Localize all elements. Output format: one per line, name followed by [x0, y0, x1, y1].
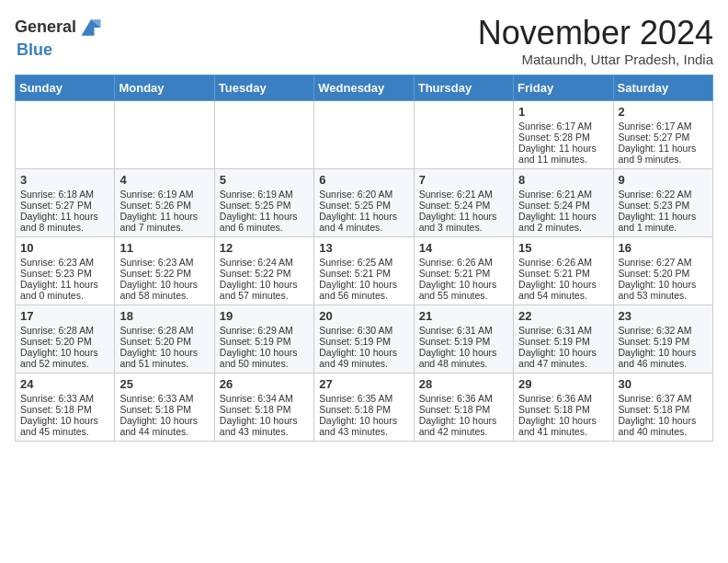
day-info: Sunrise: 6:21 AM — [518, 189, 608, 200]
week-row-2: 3Sunrise: 6:18 AMSunset: 5:27 PMDaylight… — [16, 168, 713, 236]
day-info: Sunset: 5:26 PM — [119, 200, 209, 211]
day-info: Sunset: 5:19 PM — [419, 336, 508, 347]
calendar-cell: 29Sunrise: 6:36 AMSunset: 5:18 PMDayligh… — [514, 373, 613, 441]
day-info: Sunrise: 6:32 AM — [619, 325, 708, 336]
day-info: Daylight: 10 hours and 47 minutes. — [518, 347, 608, 369]
calendar-cell: 19Sunrise: 6:29 AMSunset: 5:19 PMDayligh… — [214, 304, 313, 373]
day-info: Sunset: 5:20 PM — [619, 268, 708, 279]
calendar-cell: 6Sunrise: 6:20 AMSunset: 5:25 PMDaylight… — [314, 168, 414, 236]
day-info: Sunset: 5:19 PM — [220, 336, 309, 347]
day-info: Daylight: 10 hours and 58 minutes. — [119, 279, 209, 301]
day-number: 23 — [619, 309, 708, 323]
day-info: Sunrise: 6:37 AM — [619, 393, 708, 404]
day-info: Sunrise: 6:36 AM — [419, 393, 508, 404]
day-info: Sunrise: 6:27 AM — [619, 257, 708, 268]
title-area: November 2024 Mataundh, Uttar Pradesh, I… — [478, 15, 713, 67]
weekday-header-friday: Friday — [514, 75, 613, 100]
day-number: 11 — [119, 241, 209, 255]
day-number: 15 — [518, 241, 608, 255]
day-info: Sunset: 5:18 PM — [518, 404, 608, 415]
weekday-header-monday: Monday — [115, 75, 214, 100]
day-info: Sunrise: 6:19 AM — [220, 189, 309, 200]
day-number: 16 — [619, 241, 708, 255]
day-number: 24 — [20, 377, 109, 391]
day-info: Sunrise: 6:23 AM — [20, 257, 109, 268]
day-number: 8 — [518, 173, 608, 187]
day-info: Sunrise: 6:33 AM — [20, 393, 109, 404]
day-info: Sunset: 5:27 PM — [20, 200, 109, 211]
calendar-cell: 22Sunrise: 6:31 AMSunset: 5:19 PMDayligh… — [514, 304, 613, 373]
calendar-cell: 28Sunrise: 6:36 AMSunset: 5:18 PMDayligh… — [414, 373, 513, 441]
calendar-cell: 4Sunrise: 6:19 AMSunset: 5:26 PMDaylight… — [115, 168, 214, 236]
day-info: Sunset: 5:24 PM — [419, 200, 508, 211]
calendar-cell: 25Sunrise: 6:33 AMSunset: 5:18 PMDayligh… — [115, 373, 214, 441]
weekday-header-wednesday: Wednesday — [314, 75, 414, 100]
calendar-cell: 3Sunrise: 6:18 AMSunset: 5:27 PMDaylight… — [16, 168, 115, 236]
day-number: 30 — [619, 377, 708, 391]
day-info: Daylight: 11 hours and 0 minutes. — [20, 279, 109, 301]
day-info: Sunset: 5:22 PM — [119, 268, 209, 279]
day-info: Daylight: 11 hours and 4 minutes. — [319, 211, 408, 233]
calendar-cell — [414, 100, 513, 168]
day-info: Sunset: 5:27 PM — [619, 132, 708, 143]
day-number: 13 — [319, 241, 408, 255]
calendar-body: 1Sunrise: 6:17 AMSunset: 5:28 PMDaylight… — [16, 100, 713, 441]
day-number: 1 — [518, 105, 608, 119]
day-info: Sunset: 5:18 PM — [119, 404, 209, 415]
day-info: Sunrise: 6:28 AM — [119, 325, 209, 336]
day-info: Sunset: 5:21 PM — [319, 268, 408, 279]
day-info: Sunrise: 6:26 AM — [419, 257, 508, 268]
logo-icon — [78, 15, 104, 40]
calendar-cell: 26Sunrise: 6:34 AMSunset: 5:18 PMDayligh… — [214, 373, 313, 441]
day-number: 9 — [619, 173, 708, 187]
calendar-cell: 5Sunrise: 6:19 AMSunset: 5:25 PMDaylight… — [214, 168, 313, 236]
day-info: Daylight: 10 hours and 54 minutes. — [518, 279, 608, 301]
month-title: November 2024 — [478, 15, 713, 52]
day-number: 19 — [220, 309, 309, 323]
day-number: 7 — [419, 173, 508, 187]
day-info: Sunset: 5:25 PM — [319, 200, 408, 211]
day-info: Sunset: 5:19 PM — [619, 336, 708, 347]
day-info: Sunrise: 6:24 AM — [220, 257, 309, 268]
day-info: Daylight: 10 hours and 43 minutes. — [220, 415, 309, 437]
calendar-cell: 10Sunrise: 6:23 AMSunset: 5:23 PMDayligh… — [16, 236, 115, 304]
day-number: 27 — [319, 377, 408, 391]
calendar-cell — [314, 100, 414, 168]
logo: General Blue — [15, 15, 104, 60]
week-row-5: 24Sunrise: 6:33 AMSunset: 5:18 PMDayligh… — [16, 373, 713, 441]
day-info: Daylight: 10 hours and 53 minutes. — [619, 279, 708, 301]
day-info: Sunset: 5:23 PM — [619, 200, 708, 211]
day-number: 2 — [619, 105, 708, 119]
day-info: Sunset: 5:22 PM — [220, 268, 309, 279]
weekday-header-tuesday: Tuesday — [214, 75, 313, 100]
day-info: Sunrise: 6:25 AM — [319, 257, 408, 268]
weekday-header-saturday: Saturday — [613, 75, 712, 100]
day-info: Sunrise: 6:23 AM — [119, 257, 209, 268]
day-info: Sunset: 5:21 PM — [518, 268, 608, 279]
calendar-cell: 15Sunrise: 6:26 AMSunset: 5:21 PMDayligh… — [514, 236, 613, 304]
day-number: 20 — [319, 309, 408, 323]
calendar-cell: 30Sunrise: 6:37 AMSunset: 5:18 PMDayligh… — [613, 373, 712, 441]
day-info: Sunrise: 6:29 AM — [220, 325, 309, 336]
calendar-cell: 8Sunrise: 6:21 AMSunset: 5:24 PMDaylight… — [514, 168, 613, 236]
day-number: 17 — [20, 309, 109, 323]
location: Mataundh, Uttar Pradesh, India — [478, 52, 713, 67]
day-info: Daylight: 10 hours and 44 minutes. — [119, 415, 209, 437]
calendar: SundayMondayTuesdayWednesdayThursdayFrid… — [15, 75, 713, 442]
day-info: Daylight: 10 hours and 46 minutes. — [619, 347, 708, 369]
day-info: Sunset: 5:28 PM — [518, 132, 608, 143]
day-info: Sunrise: 6:20 AM — [319, 189, 408, 200]
day-info: Daylight: 11 hours and 9 minutes. — [619, 143, 708, 165]
weekday-header-row: SundayMondayTuesdayWednesdayThursdayFrid… — [16, 75, 713, 100]
day-info: Daylight: 10 hours and 55 minutes. — [419, 279, 508, 301]
day-info: Sunset: 5:24 PM — [518, 200, 608, 211]
day-info: Sunrise: 6:26 AM — [518, 257, 608, 268]
day-info: Daylight: 10 hours and 51 minutes. — [119, 347, 209, 369]
day-info: Sunset: 5:19 PM — [319, 336, 408, 347]
week-row-1: 1Sunrise: 6:17 AMSunset: 5:28 PMDaylight… — [16, 100, 713, 168]
day-info: Sunrise: 6:22 AM — [619, 189, 708, 200]
day-info: Daylight: 10 hours and 45 minutes. — [20, 415, 109, 437]
day-info: Sunset: 5:21 PM — [419, 268, 508, 279]
calendar-cell: 11Sunrise: 6:23 AMSunset: 5:22 PMDayligh… — [115, 236, 214, 304]
calendar-cell — [16, 100, 115, 168]
